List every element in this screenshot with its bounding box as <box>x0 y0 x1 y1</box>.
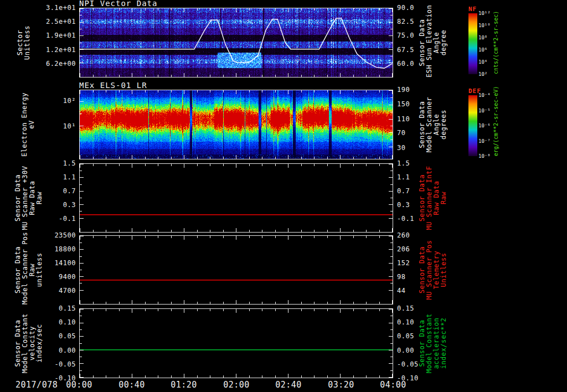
y-axis-title-right-p4-line-4: Unitless <box>440 235 447 305</box>
figure: NPI Vector Data3.1e+012.5e+011.9e+011.2e… <box>0 0 567 392</box>
colorbar-tick-label: 10¹² <box>478 11 491 16</box>
plot-canvas-4 <box>80 236 393 304</box>
plot-area-1 <box>79 8 393 78</box>
colorbar-tick-label: 10¹⁰ <box>478 23 491 28</box>
y-tick-left-p2: 10¹ <box>43 122 76 130</box>
y-axis-title-left-p5-line-4: index/sec <box>36 308 43 378</box>
plot-canvas-5 <box>80 309 393 378</box>
y-axis-title-right-p2-line-4: degrees <box>440 90 447 159</box>
y-axis-title-right-p1-line-4: degree <box>440 8 447 78</box>
y-axis-title-left-p5: Sensor DataModel Constantvelocityindex/s… <box>14 308 43 378</box>
x-tick-label-3: 01:20 <box>159 380 209 389</box>
y-axis-title-left-p4-line-4: unitless <box>36 235 43 305</box>
x-tick-label-2: 00:40 <box>107 380 157 389</box>
colorbar-units-text: erg/(cm**2-sr-sec-eV) <box>493 95 499 156</box>
y-tick-left-p1: 3.1e+01 <box>43 4 76 12</box>
y-tick-left-p1: 1.2e+01 <box>43 46 76 54</box>
colorbar-tick-label: 10⁻⁷ <box>478 138 491 144</box>
y-axis-title-right-p5: Sensor DataModel Constantaccelerationind… <box>419 308 447 378</box>
colorbar-nf <box>468 13 477 74</box>
y-tick-left-p5: 0.00 <box>43 347 76 354</box>
colorbar-def <box>468 95 477 156</box>
panel-title-1: NPI Vector Data <box>79 0 157 7</box>
colorbar-tick-label: 10⁻⁸ <box>478 153 491 159</box>
colorbar-tick-label: 10⁶ <box>478 47 487 53</box>
colorbar-tick-label: 10⁻⁵ <box>478 108 491 114</box>
y-tick-left-p4: 18800 <box>43 245 76 253</box>
y-tick-left-p3: 1.5 <box>43 159 76 167</box>
y-tick-left-p5: -0.05 <box>43 360 76 368</box>
y-axis-title-left-p1: SectorUnitless <box>17 8 31 78</box>
colorbar-title-nf: NF <box>468 6 477 13</box>
y-tick-left-p5: 0.15 <box>43 305 76 312</box>
x-tick-label-7: 04:00 <box>368 380 418 389</box>
y-axis-title-left-p4: Sensor DataModel Scanner PosRawunitless <box>14 235 43 305</box>
y-tick-left-p4: 4700 <box>43 287 76 295</box>
plot-area-5 <box>79 308 393 378</box>
plot-canvas-2 <box>80 90 393 159</box>
y-tick-left-p5: 0.05 <box>43 332 76 340</box>
y-tick-left-p1: 1.9e+01 <box>43 32 76 39</box>
y-tick-left-p1: 2.5e+01 <box>43 18 76 25</box>
y-axis-title-left-p1-line-2: Unitless <box>24 8 31 78</box>
plot-canvas-3 <box>80 164 393 232</box>
y-tick-left-p1: 6.2e+00 <box>43 60 76 68</box>
colorbar-tick-label: 10² <box>478 71 487 77</box>
colorbar-tick-label: 10⁻⁶ <box>478 123 491 128</box>
colorbar-units-text: cnts/(cm**2-sr-sec) <box>493 13 499 74</box>
plot-canvas-1 <box>80 8 393 77</box>
colorbar-units-def: erg/(cm**2-sr-sec-eV) <box>493 95 499 156</box>
y-axis-title-left-p2-line-2: eV <box>28 90 35 159</box>
y-tick-left-p4: 14100 <box>43 259 76 267</box>
y-tick-left-p5: 0.10 <box>43 318 76 326</box>
colorbar-tick-label: 10⁸ <box>478 35 487 40</box>
y-tick-left-p3: 0.7 <box>43 187 76 195</box>
plot-area-3 <box>79 163 393 233</box>
colorbar-tick-label: 10⁴ <box>478 59 487 65</box>
x-tick-label-6: 03:20 <box>316 380 366 389</box>
x-tick-label-4: 02:00 <box>212 380 261 389</box>
y-tick-left-p4: 9400 <box>43 273 76 281</box>
y-axis-title-right-p4: Sensor DataMU Scanner PosTelemetryUnitle… <box>419 235 447 305</box>
panel-title-2: MEx ELS-01 LR <box>79 81 147 89</box>
y-axis-title-left-p3-line-4: Raw <box>36 163 43 233</box>
colorbar-tick-label: 10⁻⁴ <box>478 92 491 98</box>
y-axis-title-left-p3: Sensor DataMU Scanner +30VRaw DataRaw <box>14 163 43 233</box>
colorbar-units-nf: cnts/(cm**2-sr-sec) <box>493 13 499 74</box>
y-axis-title-left-p2: Electron EnergyeV <box>21 90 35 159</box>
y-axis-title-right-p3: Sensor DataMU Scanner IntFRaw DataRaw <box>419 163 447 233</box>
y-axis-title-right-p1: Sensor DataESH Sun ElevationAngledegree <box>419 8 447 78</box>
y-tick-left-p2: 10² <box>43 97 76 105</box>
x-tick-label-5: 02:40 <box>264 380 313 389</box>
y-tick-left-p4: 23500 <box>43 231 76 239</box>
plot-area-4 <box>79 235 393 305</box>
plot-area-2 <box>79 90 393 159</box>
x-tick-label-1: 00:00 <box>54 380 104 389</box>
y-axis-title-right-p2: Sensor DataModel ScannerAngledegrees <box>419 90 447 159</box>
y-axis-title-right-p3-line-4: Raw <box>440 163 447 233</box>
y-axis-title-right-p5-line-4: index/sec**2 <box>440 308 447 378</box>
x-axis-date-label: 2017/078 <box>16 380 58 389</box>
y-tick-left-p3: -0.1 <box>43 215 76 223</box>
y-tick-left-p3: 1.1 <box>43 173 76 181</box>
y-tick-left-p3: 0.3 <box>43 201 76 209</box>
